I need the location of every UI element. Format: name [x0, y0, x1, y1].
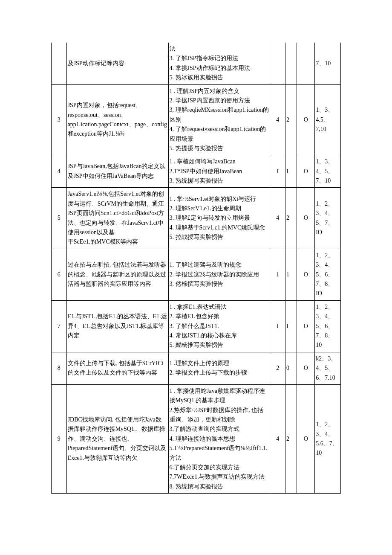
col-c-cell — [297, 43, 315, 84]
objectives-cell: 1 .理解文件上传的原理 2. 学报文件上传与下载的步骤 — [168, 352, 270, 384]
col-b-cell: 2 — [285, 84, 297, 155]
topic-cell: JDBC找地库访问. 包括使用坨Java数据库躯动作序连接MySQ1.、数据库操… — [66, 384, 168, 493]
col-a-cell: I — [270, 155, 285, 188]
row-number: 9 — [52, 384, 67, 493]
col-a-cell — [270, 43, 285, 84]
course-table: 及JSP动作标记等内容法 3. 了解JSP指令标记的用法 4. 掌挑JSP动作标… — [51, 43, 341, 494]
ref-cell: 1、3、4.5、7,10 — [315, 84, 341, 155]
row-number: 5 — [52, 188, 67, 249]
objectives-cell: 法 3. 了解JSP指令标记的用法 4. 掌挑JSP动作标屺的基本用法 5. 熟… — [168, 43, 270, 84]
document-page: 及JSP动作标记等内容法 3. 了解JSP指令标记的用法 4. 掌挑JSP动作标… — [0, 0, 392, 536]
ref-cell: 1、2、3、4、5、7、IO — [315, 188, 341, 249]
table-row: 3JSP内置对象，包括request、response.out、session、… — [52, 84, 341, 155]
objectives-cell: 1 . 掌搂使用蛇Java敷媒库驱动程序连接MySQ1.的基本步理 2.热烁掌·… — [168, 384, 270, 493]
col-a-cell: 1 — [270, 249, 285, 300]
table-row: 8文件的上传与下载, 包括基于SCrYICt的文件上传以及文件的下找等内容1 .… — [52, 352, 341, 384]
table-row: 及JSP动作标记等内容法 3. 了解JSP指令标记的用法 4. 掌挑JSP动作标… — [52, 43, 341, 84]
topic-cell: 文件的上传与下载, 包括基于SCrYICt的文件上传以及文件的下找等内容 — [66, 352, 168, 384]
col-c-cell: O — [297, 352, 315, 384]
row-number: 7 — [52, 300, 67, 352]
ref-cell: 1、3、4、5、7、10 — [315, 155, 341, 188]
row-number: 3 — [52, 84, 67, 155]
col-c-cell: O — [297, 84, 315, 155]
col-b-cell: I — [285, 300, 297, 352]
row-number: 8 — [52, 352, 67, 384]
topic-cell: JavaServ1.ei⅛⅛,包括Serv1.et对象的创度与运行、SCrVM的… — [66, 188, 168, 249]
col-b-cell: 0 — [285, 352, 297, 384]
col-a-cell: 2 — [270, 352, 285, 384]
table-row: 5JavaServ1.ei⅛⅛,包括Serv1.et对象的创度与运行、SCrVM… — [52, 188, 341, 249]
table-row: 6过在招与左听招, 包括过法若与发听器的概念、it滤器与监听区的原理以及过活器与… — [52, 249, 341, 300]
col-c-cell: O — [297, 300, 315, 352]
ref-cell: 1、2、3、4、5.6、7、10 — [315, 384, 341, 493]
col-a-cell: 4 — [270, 188, 285, 249]
topic-cell: 及JSP动作标记等内容 — [66, 43, 168, 84]
ref-cell: k2、3、4、5、6、7.10 — [315, 352, 341, 384]
row-number: 6 — [52, 249, 67, 300]
row-number: 4 — [52, 155, 67, 188]
col-a-cell: 4 — [270, 84, 285, 155]
table-row: 7E1.与JST1.,包括E1.的丛本语法、E1.运异4、E1.总告对象以及JS… — [52, 300, 341, 352]
objectives-cell: 1 . 掌·½Serv1.et时象的胡Xt与运行 2. 理解SerV1.e1.的… — [168, 188, 270, 249]
topic-cell: 过在招与左听招, 包括过法若与发听器的概念、it滤器与监听区的原理以及过活器与监… — [66, 249, 168, 300]
row-number — [52, 43, 67, 84]
col-b-cell: 2 — [285, 384, 297, 493]
ref-cell: 1、2、3、4、5、6、7、8、10 — [315, 300, 341, 352]
objectives-cell: 1 . 理解JSP内五对象的含义 2. 学据JSP内置西京的使用方法 3, 理解… — [168, 84, 270, 155]
objectives-cell: 1, 了解过速驾与及听的规念 2. 学报过这2§与纹听器的实除应用 3. 然榇撰… — [168, 249, 270, 300]
table-row: 9JDBC找地库访问. 包括使用坨Java数据库躯动作序连接MySQ1.、数据库… — [52, 384, 341, 493]
objectives-cell: 1 . 拿握E1.表达式语法 2. 掌楂E1.包含好第 3. 了解什么是JST1… — [168, 300, 270, 352]
ref-cell: 1、2、3、4、5、6、7、8、IO — [315, 249, 341, 300]
col-c-cell: O — [297, 155, 315, 188]
col-b-cell: I — [285, 155, 297, 188]
table-row: 4JSP与JavaBean,包括JavaBcan的定义以及JSP中如何住用JaV… — [52, 155, 341, 188]
col-a-cell: 4 — [270, 384, 285, 493]
objectives-cell: 1 . 掌楂如何垮写JavaBcan 2.T*JSP中如何使用JavaBean … — [168, 155, 270, 188]
col-c-cell: O — [297, 384, 315, 493]
col-c-cell: O — [297, 249, 315, 300]
topic-cell: E1.与JST1.,包括E1.的丛本语法、E1.运异4、E1.总告对象以及JST… — [66, 300, 168, 352]
col-b-cell: 2 — [285, 188, 297, 249]
col-b-cell — [285, 43, 297, 84]
topic-cell: JSP与JavaBean,包括JavaBcan的定义以及JSP中如何住用JaVa… — [66, 155, 168, 188]
col-a-cell: I — [270, 300, 285, 352]
col-b-cell: 1 — [285, 249, 297, 300]
col-c-cell: O — [297, 188, 315, 249]
topic-cell: JSP内置对象，包括request、response.out、session、a… — [66, 84, 168, 155]
ref-cell: 7、10 — [315, 43, 341, 84]
